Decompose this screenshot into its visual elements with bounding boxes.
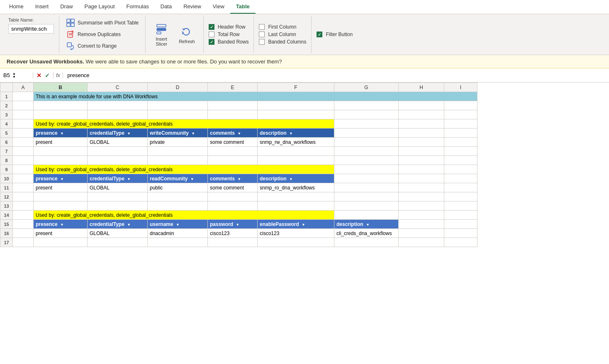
cell[interactable] bbox=[88, 192, 148, 201]
cell[interactable] bbox=[88, 156, 148, 165]
table-header-cell[interactable]: description ▼ bbox=[334, 220, 399, 229]
dropdown-arrow-icon[interactable]: ▼ bbox=[60, 177, 64, 181]
cell[interactable] bbox=[13, 92, 34, 101]
cell[interactable] bbox=[34, 101, 88, 110]
col-header-c[interactable]: C bbox=[88, 83, 148, 92]
cell[interactable] bbox=[208, 201, 258, 211]
cell[interactable] bbox=[148, 101, 208, 110]
table-header-cell[interactable]: writeCommunity ▼ bbox=[148, 129, 208, 138]
col-header-b[interactable]: B bbox=[34, 83, 88, 92]
cell[interactable] bbox=[334, 110, 399, 119]
cell[interactable] bbox=[399, 165, 444, 174]
cell[interactable] bbox=[334, 211, 399, 220]
dropdown-arrow-icon[interactable]: ▼ bbox=[237, 131, 241, 136]
tab-data[interactable]: Data bbox=[155, 0, 178, 14]
refresh-button[interactable]: Refresh bbox=[175, 23, 198, 46]
cell[interactable]: some comment bbox=[208, 183, 258, 192]
cell[interactable] bbox=[444, 229, 477, 238]
cell[interactable] bbox=[444, 165, 477, 174]
cell[interactable] bbox=[444, 211, 477, 220]
dropdown-arrow-icon[interactable]: ▼ bbox=[302, 223, 305, 227]
cell[interactable] bbox=[334, 101, 399, 110]
table-header-cell[interactable]: comments ▼ bbox=[208, 174, 258, 183]
cell[interactable] bbox=[399, 211, 444, 220]
cell[interactable] bbox=[399, 110, 444, 119]
cell[interactable] bbox=[399, 119, 444, 129]
cell[interactable]: present bbox=[34, 183, 88, 192]
dropdown-arrow-icon[interactable]: ▼ bbox=[127, 131, 131, 136]
cell[interactable] bbox=[399, 174, 444, 183]
cell[interactable] bbox=[148, 147, 208, 156]
cell[interactable]: cli_creds_dna_workflows bbox=[334, 229, 399, 238]
cell[interactable] bbox=[399, 129, 444, 138]
cell[interactable] bbox=[208, 192, 258, 201]
cell[interactable]: present bbox=[34, 138, 88, 147]
dropdown-arrow-icon[interactable]: ▼ bbox=[366, 223, 370, 227]
cell[interactable] bbox=[13, 147, 34, 156]
dropdown-arrow-icon[interactable]: ▼ bbox=[236, 223, 239, 227]
table-header-cell[interactable]: credentialType ▼ bbox=[88, 220, 148, 229]
cell[interactable] bbox=[208, 156, 258, 165]
cell[interactable] bbox=[13, 165, 34, 174]
cell[interactable] bbox=[444, 101, 477, 110]
cell[interactable] bbox=[334, 192, 399, 201]
table-header-cell[interactable]: readCommunity ▼ bbox=[148, 174, 208, 183]
first-column-checkbox[interactable] bbox=[259, 24, 265, 30]
cell[interactable] bbox=[148, 110, 208, 119]
dropdown-arrow-icon[interactable]: ▼ bbox=[191, 131, 195, 136]
last-column-checkbox[interactable] bbox=[259, 32, 265, 37]
cell[interactable] bbox=[334, 165, 399, 174]
table-header-cell[interactable]: presence ▼ bbox=[34, 174, 88, 183]
cell[interactable] bbox=[258, 156, 334, 165]
cell[interactable] bbox=[444, 110, 477, 119]
filter-button-checkbox[interactable] bbox=[317, 32, 322, 37]
cell[interactable] bbox=[334, 156, 399, 165]
cell[interactable] bbox=[444, 138, 477, 147]
col-header-h[interactable]: H bbox=[399, 83, 444, 92]
insert-slicer-button[interactable]: InsertSlicer bbox=[151, 21, 172, 48]
cell[interactable] bbox=[148, 201, 208, 211]
table-header-cell[interactable]: credentialType ▼ bbox=[88, 174, 148, 183]
cell[interactable] bbox=[334, 129, 399, 138]
cell[interactable] bbox=[148, 238, 208, 247]
cell[interactable] bbox=[13, 201, 34, 211]
table-header-cell[interactable]: username ▼ bbox=[148, 220, 208, 229]
cell[interactable] bbox=[444, 220, 477, 229]
cell[interactable] bbox=[88, 201, 148, 211]
cell[interactable]: Used by: create_global_credentials, dele… bbox=[34, 165, 334, 174]
cell[interactable]: dnacadmin bbox=[148, 229, 208, 238]
cell[interactable] bbox=[444, 192, 477, 201]
cell[interactable] bbox=[444, 238, 477, 247]
table-header-cell[interactable]: credentialType ▼ bbox=[88, 129, 148, 138]
cell[interactable] bbox=[444, 183, 477, 192]
cell[interactable]: private bbox=[148, 138, 208, 147]
table-header-cell[interactable]: password ▼ bbox=[208, 220, 258, 229]
cell[interactable]: snmp_rw_dna_workflows bbox=[258, 138, 334, 147]
cell[interactable] bbox=[208, 238, 258, 247]
col-header-a[interactable]: A bbox=[13, 83, 34, 92]
first-column-option[interactable]: First Column bbox=[259, 24, 306, 30]
cell[interactable] bbox=[399, 101, 444, 110]
cell[interactable]: cisco123 bbox=[208, 229, 258, 238]
cell[interactable]: Used by: create_global_credentials, dele… bbox=[34, 119, 334, 129]
cell[interactable] bbox=[208, 147, 258, 156]
cell[interactable] bbox=[444, 129, 477, 138]
cell[interactable] bbox=[34, 238, 88, 247]
banded-columns-checkbox[interactable] bbox=[259, 39, 265, 45]
cell[interactable]: public bbox=[148, 183, 208, 192]
cell[interactable] bbox=[13, 220, 34, 229]
filter-button-option[interactable]: Filter Button bbox=[317, 32, 353, 37]
cell[interactable] bbox=[258, 192, 334, 201]
cell[interactable] bbox=[399, 192, 444, 201]
dropdown-arrow-icon[interactable]: ▼ bbox=[190, 177, 194, 181]
cell[interactable] bbox=[88, 110, 148, 119]
table-header-cell[interactable]: presence ▼ bbox=[34, 129, 88, 138]
col-header-f[interactable]: F bbox=[258, 83, 334, 92]
cell[interactable] bbox=[148, 156, 208, 165]
banded-columns-option[interactable]: Banded Columns bbox=[259, 39, 306, 45]
dropdown-arrow-icon[interactable]: ▼ bbox=[289, 131, 293, 136]
summarise-pivot-button[interactable]: Summarise with Pivot Table bbox=[64, 17, 140, 28]
cell[interactable] bbox=[208, 101, 258, 110]
banded-rows-checkbox[interactable] bbox=[209, 39, 214, 45]
cell[interactable] bbox=[399, 220, 444, 229]
